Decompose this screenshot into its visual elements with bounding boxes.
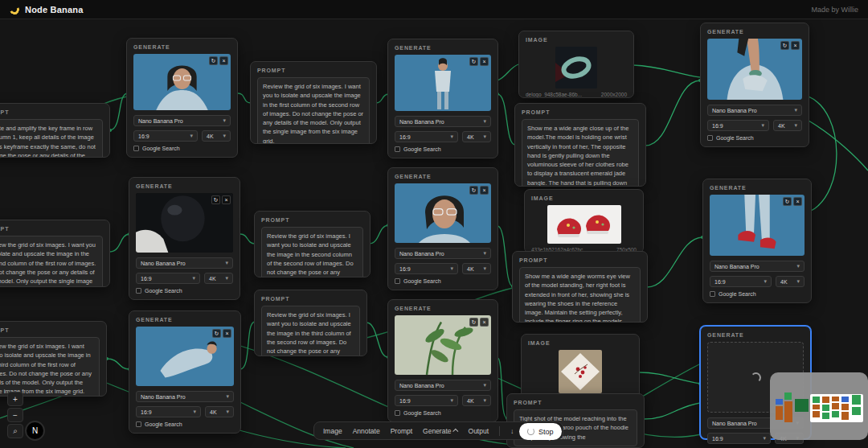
generated-image[interactable] xyxy=(133,54,231,110)
prompt-node-row1-col2[interactable]: PROMPT Review the grid of six images. I … xyxy=(0,220,110,287)
aspect-ratio-select[interactable]: 16:9 xyxy=(136,273,200,284)
model-select[interactable]: Nano Banana Pro xyxy=(136,391,234,402)
google-search-checkbox[interactable]: Google Search xyxy=(395,146,491,152)
google-search-checkbox[interactable]: Google Search xyxy=(395,410,491,416)
prompt-node-row1-col3[interactable]: PROMPT Review the grid of six images. I … xyxy=(0,321,107,397)
generate-node-lying[interactable]: GENERATE Nano Banana Pro 16:9 4K Google … xyxy=(129,310,241,434)
generate-node-face-closeup[interactable]: GENERATE Nano Banana Pro 16:9 4K Google … xyxy=(387,167,498,290)
close-icon[interactable] xyxy=(222,195,231,204)
google-search-checkbox[interactable]: Google Search xyxy=(710,291,805,297)
generate-node-wrist[interactable]: GENERATE Nano Banana Pro 16:9 4K Google … xyxy=(700,23,809,147)
close-icon[interactable] xyxy=(219,56,228,65)
aspect-ratio-select[interactable]: 16:9 xyxy=(136,406,201,417)
model-select[interactable]: Nano Banana Pro xyxy=(395,248,491,259)
refresh-icon[interactable] xyxy=(211,195,220,204)
toolbar-output-button[interactable]: Output xyxy=(469,427,489,435)
resolution-select[interactable]: 4K xyxy=(202,130,231,142)
prompt-text[interactable]: Review the grid of six images. I want yo… xyxy=(261,227,363,277)
zoom-in-button[interactable]: + xyxy=(7,392,23,406)
google-search-checkbox[interactable]: Google Search xyxy=(136,421,234,427)
image-node-bangle[interactable]: IMAGE delogo_948c58ae-86b...2000x2000 xyxy=(518,31,634,98)
aspect-ratio-select[interactable]: 16:9 xyxy=(395,395,458,406)
prompt-node-iso-r1c1[interactable]: PROMPT Isolate and amplify the key frame… xyxy=(0,103,110,158)
generate-node-plants[interactable]: GENERATE Nano Banana Pro 16:9 4K Google … xyxy=(387,299,498,422)
resolution-select[interactable]: 4K xyxy=(205,406,234,417)
generate-node-sphere[interactable]: GENERATE Nano Banana Pro 16:9 4K Google … xyxy=(129,177,240,300)
generate-node-standing[interactable]: GENERATE Nano Banana Pro 16:9 4K Google … xyxy=(387,39,498,158)
model-select[interactable]: Nano Banana Pro xyxy=(710,261,805,272)
stop-button[interactable]: Stop xyxy=(519,423,562,440)
refresh-icon[interactable] xyxy=(469,186,478,195)
reference-image[interactable] xyxy=(531,205,637,244)
image-node-shoes[interactable]: IMAGE 433e1b52162a4c62bc...750x500 xyxy=(524,189,644,253)
google-search-checkbox[interactable]: Google Search xyxy=(133,146,231,151)
close-icon[interactable] xyxy=(793,197,802,206)
google-search-checkbox[interactable]: Google Search xyxy=(395,278,491,284)
google-search-checkbox[interactable]: Google Search xyxy=(136,288,233,294)
reference-image[interactable] xyxy=(528,350,633,393)
prompt-node-row2-col2[interactable]: PROMPT Review the grid of six images. I … xyxy=(254,211,371,277)
model-select[interactable]: Nano Banana Pro xyxy=(133,115,231,126)
avatar[interactable]: N xyxy=(25,421,45,441)
aspect-ratio-select[interactable]: 16:9 xyxy=(710,276,772,287)
refresh-icon[interactable] xyxy=(783,197,792,206)
prompt-node-jade[interactable]: PROMPT Show me a wide angle close up of … xyxy=(514,103,646,187)
close-icon[interactable] xyxy=(480,57,489,66)
prompt-text[interactable]: Review the grid of six images. I want yo… xyxy=(0,337,100,397)
model-select[interactable]: Nano Banana Pro xyxy=(707,105,802,116)
aspect-ratio-select[interactable]: 16:9 xyxy=(707,433,771,444)
aspect-ratio-select[interactable]: 16:9 xyxy=(707,120,769,131)
toolbar-annotate-button[interactable]: Annotate xyxy=(353,427,380,435)
refresh-icon[interactable] xyxy=(212,329,221,338)
prompt-text[interactable]: Review the grid of six images. I want yo… xyxy=(261,306,360,356)
prompt-text[interactable]: Show me a wide angle worms eye view of t… xyxy=(519,267,641,323)
generate-node-portrait[interactable]: GENERATE Nano Banana Pro 16:9 4K Google … xyxy=(126,38,238,158)
toolbar-image-button[interactable]: Image xyxy=(323,427,342,435)
generated-image[interactable] xyxy=(395,55,491,111)
checkbox-label: Google Search xyxy=(403,278,441,284)
prompt-text[interactable]: Isolate and amplify the key frame in row… xyxy=(0,119,103,158)
refresh-icon[interactable] xyxy=(469,57,478,66)
prompt-text[interactable]: Show me a wide angle close up of the mod… xyxy=(522,119,639,187)
generated-image[interactable] xyxy=(136,327,234,386)
resolution-select[interactable]: 4K xyxy=(462,131,491,142)
model-select[interactable]: Nano Banana Pro xyxy=(136,257,233,269)
resolution-select[interactable]: 4K xyxy=(776,276,805,287)
generated-image[interactable] xyxy=(395,183,491,243)
resolution-select[interactable]: 4K xyxy=(773,120,802,131)
minimap[interactable] xyxy=(770,372,868,440)
close-icon[interactable] xyxy=(480,186,489,195)
resolution-select[interactable]: 4K xyxy=(462,263,491,274)
close-icon[interactable] xyxy=(223,329,231,338)
generated-image[interactable] xyxy=(136,193,233,253)
prompt-text[interactable]: Review the grid of six images. I want yo… xyxy=(0,236,103,287)
refresh-icon[interactable] xyxy=(469,318,478,327)
close-icon[interactable] xyxy=(791,41,800,50)
zoom-out-button[interactable]: − xyxy=(7,408,23,422)
prompt-node-shoes[interactable]: PROMPT Show me a wide angle worms eye vi… xyxy=(512,251,648,323)
model-select[interactable]: Nano Banana Pro xyxy=(395,380,491,391)
toolbar-prompt-button[interactable]: Prompt xyxy=(391,427,412,435)
aspect-ratio-select[interactable]: 16:9 xyxy=(395,131,458,142)
resolution-select[interactable]: 4K xyxy=(462,395,491,406)
toolbar-generate-button[interactable]: Generate xyxy=(423,427,457,435)
aspect-ratio-select[interactable]: 16:9 xyxy=(395,263,458,274)
model-select[interactable]: Nano Banana Pro xyxy=(395,116,491,127)
fit-view-button[interactable]: ⌕ xyxy=(7,424,23,438)
download-icon[interactable]: ↓ xyxy=(510,427,514,435)
prompt-node-row2-col1[interactable]: PROMPT Review the grid of six images. I … xyxy=(250,61,377,144)
canvas[interactable]: PROMPT Isolate and amplify the key frame… xyxy=(0,0,868,448)
generated-image[interactable] xyxy=(395,315,491,375)
refresh-icon[interactable] xyxy=(780,41,789,50)
resolution-select[interactable]: 4K xyxy=(204,273,233,284)
generated-image[interactable] xyxy=(710,195,805,256)
google-search-checkbox[interactable]: Google Search xyxy=(707,135,802,141)
reference-image[interactable] xyxy=(526,47,627,88)
aspect-ratio-select[interactable]: 16:9 xyxy=(133,130,198,142)
generated-image[interactable] xyxy=(707,39,802,100)
prompt-text[interactable]: Review the grid of six images. I want yo… xyxy=(257,77,370,144)
refresh-icon[interactable] xyxy=(209,56,218,65)
close-icon[interactable] xyxy=(480,318,489,327)
generate-node-shoes-worn[interactable]: GENERATE Nano Banana Pro 16:9 4K Google … xyxy=(702,179,812,303)
prompt-node-row2-col3[interactable]: PROMPT Review the grid of six images. I … xyxy=(254,290,367,356)
